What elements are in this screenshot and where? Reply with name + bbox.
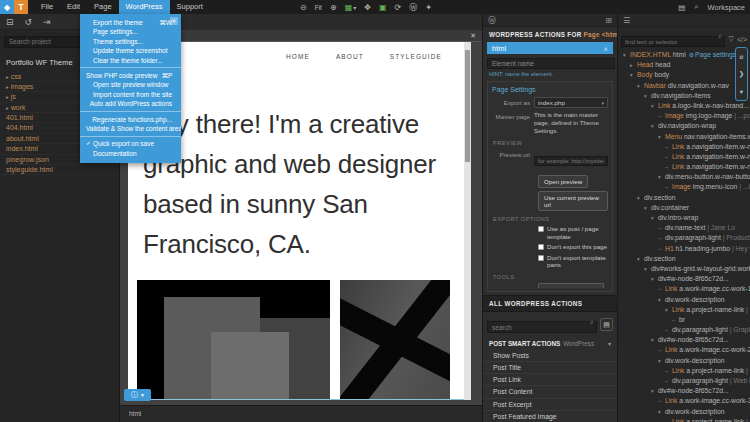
action-item[interactable]: Show Posts xyxy=(483,350,617,362)
preview-screen-icon[interactable]: ▣ xyxy=(379,3,387,12)
checkbox[interactable] xyxy=(538,244,544,250)
menu-item[interactable]: Documentation xyxy=(80,149,181,158)
tree-node[interactable]: ▾div.navigation-wrap xyxy=(618,121,750,131)
tree-node[interactable]: ▾div.intro-wrap xyxy=(618,213,750,223)
scrollbar-thumb[interactable] xyxy=(465,50,470,162)
tree-node[interactable]: ▾Navbar div.navigation.w-nav xyxy=(618,81,750,91)
tree-node[interactable]: ▾div.navigation-items xyxy=(618,91,750,101)
tree-node[interactable]: –Image img.logo-image | ...portfoli xyxy=(618,111,750,121)
tree-node[interactable]: –Link a.work-image.cc-work-3... | w xyxy=(618,396,750,406)
tree-node[interactable]: –Link a.project-name-link | wor xyxy=(618,366,750,376)
file-styleguide.html[interactable]: styleguide.html xyxy=(0,165,119,175)
menu-item[interactable]: Export the theme⌘W xyxy=(80,18,181,27)
tree-node[interactable]: ▾div.menu-button.w-nav-button xyxy=(618,172,750,182)
tree-node[interactable]: ▾div.work-description xyxy=(618,356,750,366)
panel-menu-icon[interactable]: ⊞ xyxy=(605,16,612,25)
checkbox[interactable] xyxy=(538,255,544,261)
tree-node[interactable]: ▾Link a.logo-link.w-nav-brand... | inde xyxy=(618,101,750,111)
menu-file[interactable]: File xyxy=(34,0,60,14)
nav-link-home[interactable]: HOME xyxy=(286,53,310,60)
element-breadcrumb[interactable]: html xyxy=(129,410,141,417)
close-icon[interactable]: ✕ xyxy=(470,32,476,40)
tree-node[interactable]: ▾Body body xyxy=(618,70,750,80)
tree-node[interactable]: ▾div.section xyxy=(618,193,750,203)
action-item[interactable]: Post Featured Image xyxy=(483,411,617,422)
tree-node[interactable]: ▾div.work-description xyxy=(618,295,750,305)
preview-url-input[interactable] xyxy=(534,156,608,166)
actions-search-input[interactable] xyxy=(487,321,597,333)
docs-icon[interactable]: ▤ xyxy=(678,3,685,12)
tree-node[interactable]: ▾div.container xyxy=(618,203,750,213)
tree-node[interactable]: –Link a.work-image.cc-work-1... | w xyxy=(618,284,750,294)
chevron-down-icon[interactable]: ▾ xyxy=(740,88,743,95)
zoom-fit-button[interactable]: Fit xyxy=(315,4,322,11)
sign-out-icon[interactable]: ⇥ xyxy=(43,17,51,27)
page-settings-badge[interactable]: Page settings xyxy=(695,51,736,58)
zoom-out-icon[interactable]: ⊖ xyxy=(300,3,307,12)
eye-off-icon[interactable]: ⌀ xyxy=(740,53,744,60)
tree-node[interactable]: ▾div.section xyxy=(618,254,750,264)
wordpress-icon[interactable]: Ⓦ xyxy=(488,15,496,26)
theme-tile-icon[interactable]: T xyxy=(14,0,28,14)
tree-node[interactable]: –Link a.navigation-item.w-nav-li... xyxy=(618,162,750,172)
pinegrow-logo-icon[interactable]: ◆ xyxy=(0,0,14,14)
wordpress-icon[interactable]: Ⓦ xyxy=(409,2,417,13)
tools-button-partial[interactable] xyxy=(538,283,604,288)
tree-node[interactable]: –Image img.menu-icon | ...icon xyxy=(618,182,750,192)
tree-node[interactable]: ▾INDEX.HTML html⚙Page settings xyxy=(618,50,750,60)
actions-group-header[interactable]: POST SMART ACTIONS WordPress ▾ xyxy=(483,338,617,350)
tree-node[interactable]: ▾div.work-description xyxy=(618,407,750,417)
hand-tool-icon[interactable]: ✥ xyxy=(364,3,371,12)
undo-icon[interactable]: ↺ xyxy=(25,17,33,27)
open-preview-button[interactable]: Open preview xyxy=(538,175,588,188)
tree-node[interactable]: –Link a.navigation-item.w-nav-li... xyxy=(618,152,750,162)
tree-node[interactable]: –div.paragraph-light | Web Desi xyxy=(618,376,750,386)
tree-node[interactable]: –H1 h1.heading-jumbo | Hey there xyxy=(618,244,750,254)
tree-node[interactable]: –div.paragraph-light | Product Des xyxy=(618,233,750,243)
menu-item[interactable]: ✓Quick export on save xyxy=(80,139,181,148)
menu-item[interactable]: Open site preview window xyxy=(80,80,181,89)
zoom-in-icon[interactable]: ⊕ xyxy=(330,3,337,12)
menu-edit[interactable]: Edit xyxy=(60,0,87,14)
menu-item[interactable]: Regenerate functions.php... xyxy=(80,115,181,124)
element-name-input[interactable] xyxy=(487,58,615,69)
zoom-tool-icon[interactable]: ⌕ xyxy=(694,2,698,12)
menu-item[interactable]: Validate & Show the content area xyxy=(80,124,181,133)
action-item[interactable]: Post Link xyxy=(483,374,617,386)
pages-icon[interactable]: ▦▾ xyxy=(345,3,357,12)
tree-node[interactable]: ▾div#w-node-8f65c72d... xyxy=(618,335,750,345)
work-image-2[interactable] xyxy=(340,280,450,400)
tree-node[interactable]: ▾Link a.project-name-link | wor xyxy=(618,305,750,315)
nav-link-about[interactable]: ABOUT xyxy=(336,53,364,60)
menu-item[interactable]: Import content from the site xyxy=(80,90,181,99)
menu-item[interactable]: Clear the theme folder... xyxy=(80,56,181,65)
checkbox[interactable] xyxy=(538,226,544,232)
tree-node[interactable]: ▾div#w-node-8f65c72d... xyxy=(618,386,750,396)
menu-item[interactable]: Update theme screenshot xyxy=(80,46,181,55)
tree-node[interactable]: ▾div#works-grid.w-layout-grid.works-grid xyxy=(618,264,750,274)
tree-search-input[interactable] xyxy=(621,36,725,47)
tree-node[interactable]: ▸Head head xyxy=(618,60,750,70)
nav-link-styleguide[interactable]: STYLEGUIDE xyxy=(390,53,442,60)
menu-wordpress[interactable]: WordPress xyxy=(119,0,170,14)
tree-node[interactable]: –div.paragraph-light | Graphic D xyxy=(618,325,750,335)
wand-icon[interactable]: ✦ xyxy=(425,3,432,12)
filter-funnel-icon[interactable]: ▽ xyxy=(728,35,733,43)
export-as-select[interactable]: index.php ▾ xyxy=(534,97,608,108)
page-heading[interactable]: Hey there! I'm a creative graphic and we… xyxy=(143,104,464,264)
tree-node[interactable]: –Link a.project-name-link | wor xyxy=(618,417,750,422)
chevron-right-icon[interactable]: ❯ xyxy=(739,70,744,77)
use-current-preview-button[interactable]: Use current preview url xyxy=(538,191,608,211)
tree-node[interactable]: –Link a.work-image.cc-work-2... | w xyxy=(618,345,750,355)
close-icon[interactable]: ✕ xyxy=(170,17,178,25)
menu-item[interactable]: Page settings... xyxy=(80,27,181,36)
workspace-button[interactable]: Workspace xyxy=(708,3,745,12)
actions-docs-icon[interactable]: ▤ xyxy=(600,318,613,331)
action-item[interactable]: Post Title xyxy=(483,362,617,374)
element-info-badge[interactable]: ⓘ ▾ xyxy=(124,389,151,401)
tree-icon[interactable]: ☰ xyxy=(623,16,630,25)
work-image-1[interactable] xyxy=(137,280,330,400)
menu-support[interactable]: Support xyxy=(170,0,210,14)
tree-node[interactable]: ▾Menu nav.navigation-items.w-nav xyxy=(618,132,750,142)
menu-item[interactable]: Theme settings... xyxy=(80,37,181,46)
